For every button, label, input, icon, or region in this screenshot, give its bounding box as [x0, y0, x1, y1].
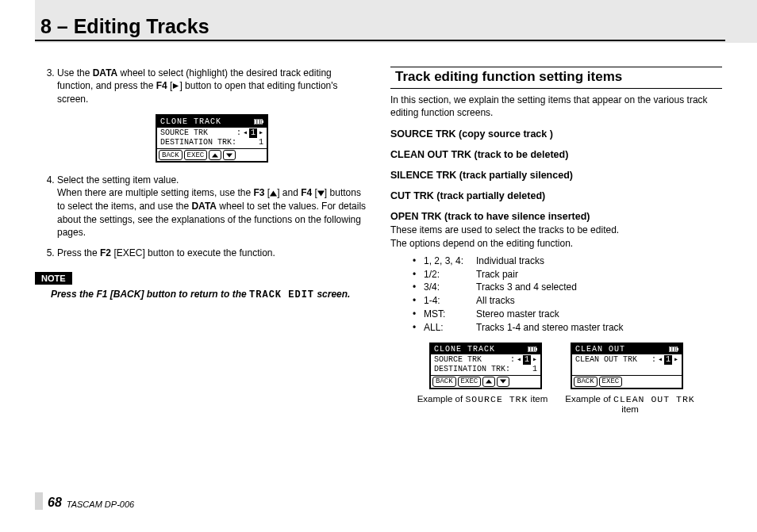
svg-marker-8 [270, 191, 277, 197]
chevron-right-icon: ▸ [259, 128, 263, 138]
option-key: 1-4: [424, 294, 476, 308]
lcd-row [575, 365, 678, 374]
lcd-row: CLEAN OUT TRK :◂1▸ [575, 355, 678, 365]
triangle-up-icon [486, 379, 492, 384]
lcd-footer: BACK EXEC [157, 148, 267, 161]
svg-marker-9 [317, 191, 325, 197]
lcd-up-button [482, 377, 495, 387]
chevron-right-icon: ▸ [674, 355, 678, 365]
lcd-selected-value: 1 [664, 355, 672, 365]
item-source-trk: SOURCE TRK (copy source track ) [390, 128, 722, 140]
text: Example of [417, 394, 466, 404]
battery-icon [254, 119, 263, 124]
option-val: Track pair [476, 268, 518, 281]
left-column: Use the DATA wheel to select (highlight)… [35, 67, 367, 414]
item-silence-trk: SILENCE TRK (track partially silenced) [390, 170, 722, 181]
triangle-down-icon [317, 187, 325, 200]
lcd-row: SOURCE TRK :◂1▸ [434, 355, 537, 365]
lcd-title-text: CLONE TRACK [434, 345, 495, 354]
chevron-left-icon: ◂ [243, 128, 248, 138]
lcd-up-button [209, 150, 221, 160]
lcd-title-text: CLONE TRACK [160, 117, 221, 128]
lcd-label: DESTINATION TRK: [434, 365, 510, 374]
lcd-titlebar: CLONE TRACK [431, 344, 540, 354]
chevron-left-icon: ◂ [517, 355, 521, 365]
lcd-body: SOURCE TRK :◂1▸ DESTINATION TRK: 1 [157, 128, 267, 148]
lcd-exec-button: EXEC [184, 150, 208, 160]
svg-rect-5 [260, 120, 262, 124]
svg-rect-19 [670, 346, 672, 350]
svg-rect-4 [257, 120, 259, 124]
triangle-up-icon [270, 187, 277, 200]
item-desc-1: These items are used to select the track… [390, 224, 722, 236]
triangle-down-icon [500, 379, 506, 384]
product-model: TASCAM DP-006 [67, 499, 134, 510]
text: When there are multiple setting items, u… [57, 187, 253, 198]
lcd-selected-value: 1 [523, 355, 531, 365]
text: Press the [57, 247, 100, 258]
lcd-footer: BACK EXEC [431, 375, 540, 388]
caption-source: Example of SOURCE TRK item [411, 394, 554, 414]
lcd-exec-button: EXEC [599, 377, 623, 387]
section-intro: In this section, we explain the setting … [390, 94, 722, 119]
svg-rect-18 [677, 347, 678, 350]
lcd-row-source: SOURCE TRK :◂1▸ [160, 128, 263, 138]
text: Use the [57, 67, 93, 78]
text: [EXEC] button to execute the function. [111, 247, 275, 258]
svg-marker-6 [212, 153, 218, 157]
option-val: Tracks 1-4 and stereo master track [476, 321, 624, 335]
svg-rect-20 [672, 346, 674, 350]
text: [ [167, 80, 173, 91]
item-open-trk: OPEN TRK (track to have silence inserted… [390, 211, 722, 222]
data-wheel-ref: DATA [191, 201, 217, 212]
battery-icon [669, 346, 678, 352]
lcd-down-button [497, 377, 509, 387]
lcd-clone-track: CLONE TRACK SOURCE TRK :◂1▸ DESTINATION … [156, 114, 268, 163]
lcd-value: :◂1▸ [651, 355, 678, 365]
svg-rect-2 [262, 121, 263, 123]
option-key: 1, 2, 3, 4: [424, 255, 476, 268]
chevron-left-icon: ◂ [658, 355, 663, 365]
lcd-value: 1 [259, 138, 263, 147]
lcd-value: 1 [532, 365, 537, 374]
triangle-up-icon [212, 153, 218, 158]
option-val: Stereo master track [476, 308, 559, 321]
section-heading: Track editing function setting items [390, 67, 722, 89]
list-item: 3/4:Tracks 3 and 4 selected [413, 281, 722, 294]
text: [BACK] button to return to the [107, 289, 249, 300]
svg-marker-16 [500, 380, 506, 384]
option-key: ALL: [424, 321, 476, 335]
lcd-footer: BACK EXEC [572, 375, 682, 388]
list-item: 1-4:All tracks [413, 294, 722, 308]
svg-rect-21 [675, 346, 677, 350]
lcd-back-button: BACK [159, 150, 183, 160]
lcd-down-button [223, 150, 236, 160]
lcd-back-button: BACK [574, 377, 598, 387]
option-val: All tracks [476, 294, 515, 308]
lcd-label: SOURCE TRK [434, 355, 482, 365]
chevron-right-icon: ▸ [532, 355, 537, 365]
note-text: Press the F1 [BACK] button to return to … [51, 288, 367, 301]
lcd-titlebar: CLONE TRACK [157, 116, 267, 128]
mono-text: SOURCE TRK [465, 394, 528, 404]
item-cut-trk: CUT TRK (track partially deleted) [390, 190, 722, 201]
caption-row: Example of SOURCE TRK item Example of CL… [390, 394, 722, 414]
svg-marker-0 [173, 83, 179, 89]
list-item: 1, 2, 3, 4:Individual tracks [413, 255, 722, 268]
text: ] and [277, 187, 301, 198]
lcd-examples: CLONE TRACK SOURCE TRK :◂1▸ DESTINATION … [390, 343, 722, 389]
text: Press the [51, 289, 96, 300]
item-desc-2: The options depend on the editing functi… [390, 237, 722, 250]
right-column: Track editing function setting items In … [390, 67, 722, 414]
content-area: Use the DATA wheel to select (highlight)… [0, 43, 757, 414]
lcd-value: :◂1▸ [510, 355, 537, 365]
text: screen. [314, 289, 350, 300]
battery-icon [528, 346, 537, 352]
f4-button-ref: F4 [156, 80, 167, 91]
text: Select the setting item value. [57, 174, 179, 186]
option-val: Tracks 3 and 4 selected [476, 281, 577, 294]
svg-rect-12 [528, 346, 531, 350]
step-5: Press the F2 [EXEC] button to execute th… [57, 247, 367, 259]
svg-marker-7 [226, 153, 232, 157]
lcd-label: SOURCE TRK [160, 128, 208, 138]
